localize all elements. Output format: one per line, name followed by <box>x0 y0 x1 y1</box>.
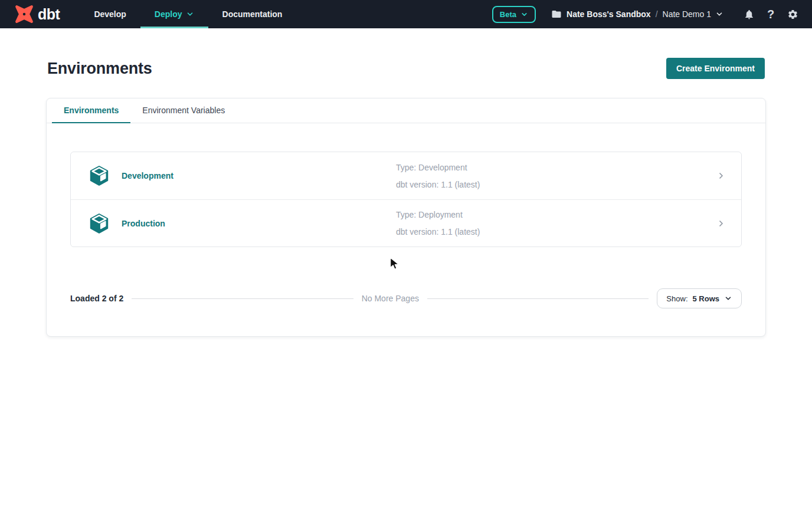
loaded-count: Loaded 2 of 2 <box>70 294 123 303</box>
chevron-right-icon <box>716 219 726 228</box>
chevron-right-icon <box>716 171 726 180</box>
nav-right-section: Beta Nate Boss's Sandbox / Nate Demo 1 <box>492 0 800 28</box>
environment-list: Development Type: Development dbt versio… <box>70 152 742 247</box>
nav-item-documentation[interactable]: Documentation <box>208 0 297 28</box>
divider-line <box>427 298 649 299</box>
breadcrumb-account[interactable]: Nate Boss's Sandbox <box>567 9 651 19</box>
help-glyph: ? <box>767 8 774 20</box>
divider-line <box>132 298 353 299</box>
brand-text: dbt <box>38 6 60 23</box>
page-title: Environments <box>47 60 152 78</box>
chevron-down-icon <box>724 294 732 303</box>
nav-item-label: Documentation <box>222 9 283 19</box>
create-environment-button[interactable]: Create Environment <box>666 58 765 79</box>
tab-label: Environment Variables <box>142 106 225 115</box>
nav-item-label: Develop <box>94 9 126 19</box>
page-header: Environments Create Environment <box>0 58 812 79</box>
environment-meta: Type: Deployment dbt version: 1.1 (lates… <box>396 210 480 236</box>
environment-dbt-version: dbt version: 1.1 (latest) <box>396 227 480 236</box>
tab-label: Environments <box>64 106 119 115</box>
pagination-bar: Loaded 2 of 2 No More Pages Show: 5 Rows <box>70 288 742 308</box>
nav-item-label: Deploy <box>155 9 182 19</box>
top-navigation: dbt Develop Deploy Documentation Beta Na… <box>0 0 812 28</box>
card-tabs: Environments Environment Variables <box>47 98 765 123</box>
cube-icon <box>88 165 110 187</box>
help-icon[interactable]: ? <box>763 6 778 22</box>
folder-icon <box>551 9 562 19</box>
chevron-down-icon <box>520 11 528 18</box>
environment-type: Type: Development <box>396 163 480 172</box>
chevron-down-icon <box>186 10 194 18</box>
primary-nav: Develop Deploy Documentation <box>80 0 296 28</box>
environment-name-link[interactable]: Production <box>122 219 165 228</box>
dbt-logo[interactable]: dbt <box>14 0 60 28</box>
chevron-down-icon <box>715 10 723 18</box>
nav-item-develop[interactable]: Develop <box>80 0 140 28</box>
beta-label: Beta <box>500 10 516 19</box>
environment-type: Type: Deployment <box>396 210 480 219</box>
dbt-pinwheel-icon <box>14 4 34 24</box>
environment-dbt-version: dbt version: 1.1 (latest) <box>396 180 480 189</box>
beta-dropdown-button[interactable]: Beta <box>492 6 536 23</box>
card-body: Development Type: Development dbt versio… <box>47 123 765 336</box>
rows-per-page-dropdown[interactable]: Show: 5 Rows <box>657 288 742 308</box>
tab-environment-variables[interactable]: Environment Variables <box>130 98 237 123</box>
gear-icon[interactable] <box>785 6 800 22</box>
no-more-pages-label: No More Pages <box>362 294 419 303</box>
breadcrumb-separator: / <box>656 9 658 19</box>
breadcrumb: Nate Boss's Sandbox / Nate Demo 1 <box>551 9 723 19</box>
show-value: 5 Rows <box>693 294 720 303</box>
bell-icon[interactable] <box>741 6 757 22</box>
cube-icon <box>88 212 110 235</box>
breadcrumb-project: Nate Demo 1 <box>663 9 711 19</box>
environment-name-link[interactable]: Development <box>122 171 173 180</box>
nav-item-deploy[interactable]: Deploy <box>140 0 208 28</box>
tab-environments[interactable]: Environments <box>52 98 130 123</box>
environment-meta: Type: Development dbt version: 1.1 (late… <box>396 163 480 189</box>
nav-icon-group: ? <box>741 6 800 22</box>
environments-card: Environments Environment Variables Devel… <box>46 98 766 337</box>
project-dropdown[interactable]: Nate Demo 1 <box>663 9 723 19</box>
environment-row-development[interactable]: Development Type: Development dbt versio… <box>71 152 741 199</box>
show-label: Show: <box>666 294 687 303</box>
environment-row-production[interactable]: Production Type: Deployment dbt version:… <box>71 199 741 247</box>
